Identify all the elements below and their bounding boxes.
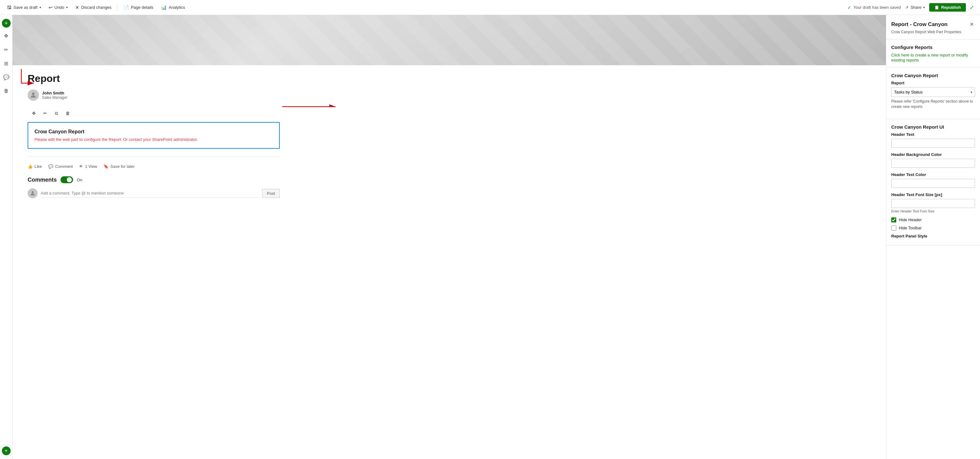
like-button[interactable]: 👍 Like bbox=[28, 164, 42, 169]
report-field: Report Tasks by Status ▾ Please refer 'C… bbox=[891, 81, 975, 110]
report-select-wrapper: Tasks by Status ▾ bbox=[891, 87, 975, 97]
header-text-color-input[interactable] bbox=[891, 179, 975, 188]
share-icon: ↗ bbox=[905, 5, 908, 10]
header-text-color-field: Header Text Color bbox=[891, 172, 975, 188]
republish-button[interactable]: 📋 Republish bbox=[929, 3, 966, 12]
header-font-size-label: Header Text Font Size [px] bbox=[891, 192, 975, 197]
discard-icon: ✕ bbox=[75, 5, 80, 10]
report-panel-style-label: Report Panel Style bbox=[891, 234, 975, 238]
share-button[interactable]: ↗ Share ▾ bbox=[902, 3, 928, 12]
configure-reports-section: Configure Reports Click here to create a… bbox=[886, 40, 980, 68]
comments-header: Comments On bbox=[28, 176, 280, 183]
draft-saved-status: ✓ Your draft has been saved bbox=[847, 5, 900, 10]
ui-section-title: Crow Canyon Report UI bbox=[891, 124, 975, 129]
author-row: John Smith Sales Manager bbox=[28, 89, 280, 101]
webpart-copy-button[interactable]: ⧉ bbox=[51, 108, 62, 118]
header-bg-color-field: Header Background Color bbox=[891, 152, 975, 168]
header-bg-color-label: Header Background Color bbox=[891, 152, 975, 157]
draft-saved-text: Your draft has been saved bbox=[853, 5, 900, 10]
report-field-label: Report bbox=[891, 81, 975, 85]
configure-reports-title: Configure Reports bbox=[891, 45, 975, 50]
crow-canyon-report-title: Crow Canyon Report bbox=[891, 73, 975, 78]
view-button[interactable]: 👁 1 View bbox=[79, 164, 97, 169]
page-body: Report John Smith Sales Manager bbox=[13, 65, 295, 206]
toggle-slider bbox=[60, 176, 73, 183]
analytics-icon: 📊 bbox=[161, 5, 167, 10]
panel-title: Report - Crow Canyon bbox=[891, 21, 947, 28]
add-section-button-top[interactable]: + bbox=[2, 19, 11, 28]
analytics-button[interactable]: 📊 Analytics bbox=[158, 3, 188, 12]
analytics-label: Analytics bbox=[169, 5, 185, 10]
crow-canyon-ui-section: Crow Canyon Report UI Header Text Header… bbox=[886, 119, 980, 245]
comments-title: Comments bbox=[28, 177, 57, 183]
view-icon: 👁 bbox=[79, 164, 83, 169]
save-for-later-button[interactable]: 🔖 Save for later bbox=[103, 164, 135, 169]
edit-icon[interactable]: ✏ bbox=[1, 44, 12, 55]
header-font-size-input[interactable] bbox=[891, 199, 975, 208]
share-label: Share bbox=[910, 5, 921, 10]
webpart-box: Crow Canyon Report Please edit the web p… bbox=[28, 122, 280, 149]
collapse-button[interactable]: ⤢ bbox=[967, 3, 976, 12]
like-label: Like bbox=[35, 164, 42, 169]
layout-icon[interactable]: ⊞ bbox=[1, 58, 12, 69]
discard-button[interactable]: ✕ Discard changes bbox=[72, 3, 115, 12]
comment-sidebar-icon[interactable]: 💬 bbox=[1, 72, 12, 83]
header-text-label: Header Text bbox=[891, 132, 975, 137]
page-details-button[interactable]: 📄 Page details bbox=[120, 3, 157, 12]
panel-subtitle: Crow Canyon Report Web Part Properties bbox=[886, 30, 980, 40]
comment-button[interactable]: 💬 Comment bbox=[48, 164, 73, 169]
comment-input-field[interactable] bbox=[41, 189, 259, 198]
webpart-move-button[interactable]: ✥ bbox=[29, 108, 39, 118]
header-bg-color-input[interactable] bbox=[891, 159, 975, 168]
share-chevron: ▾ bbox=[923, 6, 925, 9]
comments-section: Comments On Post bbox=[28, 176, 280, 198]
report-note: Please refer 'Configure Reports' section… bbox=[891, 99, 975, 110]
configure-reports-link[interactable]: Click here to create a new report or mod… bbox=[891, 53, 968, 62]
undo-button[interactable]: ↩ Undo ▾ bbox=[46, 3, 71, 12]
move-icon[interactable]: ✥ bbox=[1, 30, 12, 41]
bookmark-icon: 🔖 bbox=[103, 164, 108, 169]
hide-toolbar-checkbox[interactable] bbox=[891, 226, 896, 231]
panel-close-button[interactable]: ✕ bbox=[969, 20, 975, 29]
action-bar: 👍 Like 💬 Comment 👁 1 View 🔖 Save for lat… bbox=[28, 164, 280, 169]
header-text-input[interactable] bbox=[891, 139, 975, 148]
svg-point-1 bbox=[32, 92, 35, 95]
author-info: John Smith Sales Manager bbox=[42, 91, 67, 100]
report-select[interactable]: Tasks by Status bbox=[891, 87, 975, 97]
undo-chevron: ▾ bbox=[66, 6, 68, 9]
discard-label: Discard changes bbox=[81, 5, 111, 10]
save-for-later-label: Save for later bbox=[110, 164, 135, 169]
panel-header: Report - Crow Canyon ✕ bbox=[886, 15, 980, 29]
post-comment-button[interactable]: Post bbox=[262, 189, 280, 198]
hide-header-checkbox[interactable] bbox=[891, 217, 896, 222]
trash-sidebar-icon[interactable]: 🗑 bbox=[1, 85, 12, 97]
header-text-color-label: Header Text Color bbox=[891, 172, 975, 177]
add-section-button-bottom[interactable]: + bbox=[2, 446, 11, 455]
webpart-edit-button[interactable]: ✏ bbox=[40, 108, 50, 118]
commenter-avatar bbox=[28, 188, 38, 198]
webpart-error-message: Please edit the web part to configure th… bbox=[35, 137, 273, 142]
main-layout: + ✥ ✏ ⊞ 💬 🗑 + Report bbox=[0, 15, 980, 459]
toolbar-divider-1 bbox=[117, 4, 118, 11]
view-label: 1 View bbox=[85, 164, 97, 169]
author-job-title: Sales Manager bbox=[42, 96, 67, 100]
comments-toggle[interactable] bbox=[60, 176, 73, 183]
draft-check-icon: ✓ bbox=[847, 5, 851, 10]
sidebar-bottom: + bbox=[2, 446, 11, 455]
hide-header-row: Hide Header bbox=[891, 217, 975, 222]
page-details-icon: 📄 bbox=[123, 5, 129, 10]
page-content: Report John Smith Sales Manager bbox=[13, 15, 886, 459]
save-draft-label: Save as draft bbox=[13, 5, 38, 10]
hide-header-label: Hide Header bbox=[899, 217, 922, 222]
comments-on-label: On bbox=[77, 178, 82, 182]
top-toolbar: 🖫 Save as draft ▾ ↩ Undo ▾ ✕ Discard cha… bbox=[0, 0, 980, 15]
republish-icon: 📋 bbox=[934, 5, 939, 10]
save-draft-button[interactable]: 🖫 Save as draft ▾ bbox=[4, 3, 44, 12]
hide-toolbar-row: Hide Toolbar bbox=[891, 226, 975, 231]
webpart-delete-button[interactable]: 🗑 bbox=[63, 108, 73, 118]
right-panel: Report - Crow Canyon ✕ Crow Canyon Repor… bbox=[886, 15, 980, 459]
webpart-title: Crow Canyon Report bbox=[35, 129, 273, 135]
comment-label: Comment bbox=[55, 164, 73, 169]
webpart-controls: ✥ ✏ ⧉ 🗑 bbox=[28, 107, 280, 120]
comment-input-row: Post bbox=[28, 188, 280, 198]
